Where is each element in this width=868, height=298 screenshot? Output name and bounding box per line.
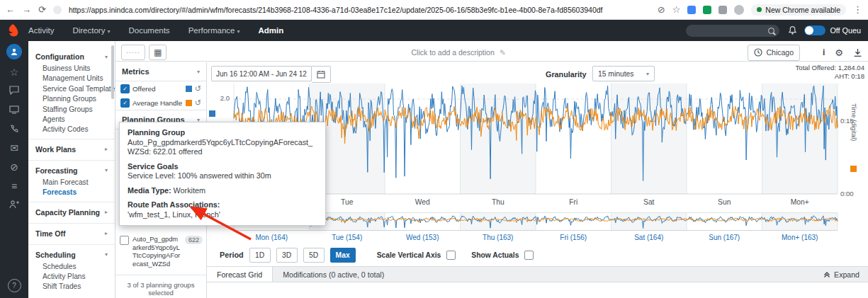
sidebar-item-staffing-groups[interactable]: Staffing Groups [28, 105, 115, 115]
nav-label: Directory [72, 26, 105, 35]
overview-day-link[interactable]: Mon+ (163) [770, 234, 830, 241]
sidebar-section-scheduling[interactable]: Scheduling ▾ [28, 244, 115, 262]
sidebar-section-capacity-planning[interactable]: Capacity Planning ▸ [28, 202, 115, 219]
metrics-header[interactable]: Metrics ▾ [115, 62, 206, 81]
url-text[interactable]: https://apps.inindca.com/directory/#/adm… [69, 6, 650, 14]
offered-checkbox[interactable]: ✓ [120, 84, 130, 93]
sidebar-section-configuration[interactable]: Configuration ▾ [28, 50, 115, 64]
sidebar-section-time-off[interactable]: Time Off ▸ [28, 223, 115, 241]
extension-icon[interactable] [687, 6, 696, 14]
show-actuals-checkbox[interactable] [524, 251, 534, 260]
grid-view-button[interactable]: ▦ [149, 45, 167, 60]
dnd-icon[interactable]: ⊘ [0, 161, 28, 173]
sidebar-section-work-plans[interactable]: Work Plans ▸ [28, 139, 115, 156]
sidenav-scrollbar[interactable] [111, 45, 114, 99]
nav-performance[interactable]: Performance▾ [188, 26, 240, 35]
undo-icon[interactable]: ↺ [195, 84, 201, 93]
section-label: Time Off [35, 229, 65, 238]
info-icon[interactable]: i [823, 47, 825, 57]
global-search [686, 25, 779, 37]
sidebar-item-activity-codes[interactable]: Activity Codes [28, 125, 115, 134]
browser-profile-avatar[interactable] [734, 5, 744, 15]
queue-status-toggle[interactable] [804, 25, 825, 35]
chat-icon[interactable] [0, 86, 28, 97]
chrome-update-button[interactable]: New Chrome available [751, 4, 846, 16]
sidebar-item-schedules[interactable]: Schedules [28, 262, 115, 272]
inbox-mail-icon[interactable]: ✉ [0, 142, 28, 154]
browser-refresh-icon[interactable]: ⟳ [38, 5, 46, 14]
bookmark-star-icon[interactable]: ☆ [672, 5, 681, 14]
granularity-select[interactable]: 15 minutes ▾ [592, 66, 655, 81]
period-3d-button[interactable]: 3D [276, 248, 298, 263]
overview-day-link[interactable]: Mon (164) [242, 234, 301, 241]
video-icon[interactable] [0, 105, 28, 116]
sidebar-item-service-goal-templates[interactable]: Service Goal Templates [28, 84, 115, 94]
gear-icon[interactable]: ⚙ [835, 47, 843, 58]
help-icon[interactable]: ? [0, 279, 28, 292]
sidebar-item-business-units[interactable]: Business Units [28, 64, 115, 74]
timezone-label: Chicago [766, 48, 794, 57]
sidebar-item-main-forecast[interactable]: Main Forecast [28, 178, 115, 188]
scale-axis-checkbox[interactable] [446, 251, 456, 260]
profile-avatar[interactable] [0, 44, 28, 59]
overview-day-link[interactable]: Tue (154) [317, 234, 377, 241]
forecast-toolbar: ····· ▦ Click to add a description ✎ Chi… [115, 44, 868, 62]
browser-menu-icon[interactable]: ⋮ [853, 5, 862, 14]
sidebar-item-forecasts[interactable]: Forecasts [28, 188, 115, 197]
day-label: Wed [394, 198, 451, 206]
browser-back-icon[interactable]: ← [6, 5, 15, 14]
overview-day-link[interactable]: Sun (167) [694, 234, 754, 241]
date-range-input[interactable] [211, 66, 312, 81]
period-label: Period [220, 251, 244, 259]
phone-icon[interactable] [0, 124, 28, 135]
undo-icon[interactable]: ↺ [195, 98, 201, 108]
nav-activity[interactable]: Activity [28, 26, 54, 35]
sidebar-item-agents[interactable]: Agents [28, 115, 115, 125]
queue-list-icon[interactable]: ≡ [0, 180, 28, 192]
planning-group-list-item[interactable]: Auto_Pg_gpdmarkerd5Yqpc6yLTtcCopyingAFor… [120, 236, 203, 268]
bottom-tabs-bar: Forecast Grid Modifications (0 active, 0… [207, 266, 868, 282]
right-axis-tick-0: 0:00 [840, 190, 854, 197]
period-5d-button[interactable]: 5D [303, 248, 325, 263]
sidebar-item-activity-plans[interactable]: Activity Plans [28, 272, 115, 282]
planning-group-checkbox[interactable] [120, 236, 129, 245]
planning-groups-footer: 3 of 3 planning groups selected [115, 275, 206, 297]
extension-icon[interactable] [718, 6, 727, 14]
blocker-icon[interactable]: ⊘ [658, 5, 665, 14]
offered-color-chip [186, 86, 192, 92]
favorites-star-icon[interactable]: ☆ [0, 67, 28, 78]
queue-toggle-label: Off Queu [830, 26, 861, 35]
expand-control[interactable]: Expand [823, 267, 868, 282]
aht-checkbox[interactable]: ✓ [120, 98, 130, 108]
site-info-icon[interactable] [53, 6, 62, 14]
overview-day-link[interactable]: Fri (156) [543, 234, 603, 241]
browser-forward-icon[interactable]: → [22, 5, 31, 14]
timezone-button[interactable]: Chicago [748, 45, 800, 61]
nav-directory[interactable]: Directory▾ [72, 26, 110, 35]
period-1d-button[interactable]: 1D [249, 248, 271, 263]
nav-admin[interactable]: Admin [258, 26, 283, 35]
drag-handle-button[interactable]: ····· [121, 45, 145, 60]
search-icon[interactable] [768, 28, 774, 34]
description-placeholder[interactable]: Click to add a description ✎ [352, 48, 565, 57]
sidebar-item-shift-trades[interactable]: Shift Trades [28, 282, 115, 292]
overview-day-link[interactable]: Sat (164) [619, 234, 679, 241]
sidebar-item-planning-groups[interactable]: Planning Groups [28, 94, 115, 104]
genesys-logo-icon[interactable] [7, 24, 18, 37]
calendar-button[interactable] [312, 66, 331, 83]
pencil-icon: ✎ [500, 48, 506, 57]
nav-documents[interactable]: Documents [128, 26, 169, 35]
global-search-input[interactable] [691, 26, 764, 35]
period-max-button[interactable]: Max [330, 248, 356, 263]
notifications-bell-icon[interactable] [788, 25, 797, 35]
sidebar-item-management-units[interactable]: Management Units [28, 74, 115, 84]
overview-day-link[interactable]: Wed (153) [393, 234, 452, 241]
tab-modifications[interactable]: Modifications (0 active, 0 total) [273, 267, 394, 282]
download-icon[interactable] [853, 48, 862, 57]
extension-icon[interactable] [703, 6, 711, 14]
tab-forecast-grid[interactable]: Forecast Grid [207, 267, 273, 282]
sidebar-section-forecasting[interactable]: Forecasting ▾ [28, 160, 115, 178]
agent-add-icon[interactable] [0, 200, 28, 211]
overview-day-link[interactable]: Thu (163) [468, 234, 528, 241]
chevron-down-icon: ▾ [237, 28, 239, 35]
